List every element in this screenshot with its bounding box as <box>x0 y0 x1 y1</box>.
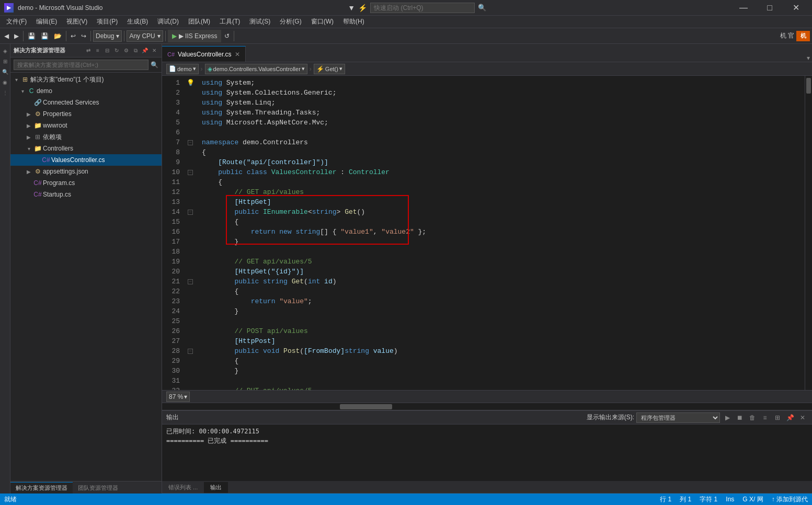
new-window-icon-btn[interactable]: ⧉ <box>131 47 140 55</box>
editor-horizontal-scrollbar[interactable] <box>162 403 812 410</box>
quick-launch-input[interactable] <box>370 3 475 13</box>
output-dock-btn[interactable]: ⊞ <box>772 412 783 423</box>
collapse-btn-10[interactable]: − <box>183 167 198 177</box>
output-close-btn[interactable]: ✕ <box>797 412 808 423</box>
gutter-line-15 <box>183 217 198 227</box>
wwwroot-item[interactable]: ▶ 📁 wwwroot <box>10 120 162 131</box>
toolbar-open-btn[interactable]: 📂 <box>52 30 64 42</box>
user-avatar[interactable]: 机 <box>796 31 810 41</box>
tab-solution-explorer[interactable]: 解决方案资源管理器 <box>10 482 73 493</box>
filter-icon-btn[interactable]: ≡ <box>94 47 102 55</box>
solution-root-item[interactable]: ▾ ⊞ 解决方案"demo"(1 个项目) <box>10 74 162 85</box>
toolbar-back-btn[interactable]: ◀ <box>2 30 11 42</box>
sync-icon-btn[interactable]: ⇄ <box>84 47 93 55</box>
editor-tab-close-btn[interactable]: ✕ <box>235 51 240 58</box>
side-icon-3[interactable]: 🔍 <box>1 67 10 76</box>
tab-error-list[interactable]: 错误列表 ... <box>162 482 204 493</box>
zoom-level-dropdown[interactable]: 87 % ▾ <box>166 392 190 402</box>
menu-view[interactable]: 视图(V) <box>62 16 92 28</box>
editor-vertical-scrollbar[interactable] <box>805 76 812 390</box>
output-text-area: 已用时间: 00:00:00.4972115 ========== 已完成 ==… <box>162 424 805 481</box>
side-icon-1[interactable]: ◈ <box>1 46 10 55</box>
tab-team-explorer[interactable]: 团队资源管理器 <box>73 482 123 493</box>
panel-close-btn[interactable]: ✕ <box>150 47 158 55</box>
platform-dropdown[interactable]: Any CPU ▾ <box>127 30 163 42</box>
menu-debug[interactable]: 调试(D) <box>153 16 183 28</box>
method-dropdown[interactable]: ⚡ Get() ▾ <box>314 64 345 74</box>
output-clear-btn[interactable]: 🗑 <box>747 412 758 423</box>
collapse-btn-7[interactable]: − <box>183 137 198 147</box>
gutter-line-22 <box>183 286 198 296</box>
namespace-dropdown[interactable]: ◈ demo.Controllers.ValuesController ▾ <box>205 64 307 74</box>
solution-search-input[interactable] <box>14 60 148 70</box>
connected-services-label: Connected Services <box>43 99 99 106</box>
lightbulb-icon: 💡 <box>187 79 195 87</box>
code-text-area[interactable]: using System; using System.Collections.G… <box>198 76 805 390</box>
collapse-btn-28[interactable]: − <box>183 346 198 356</box>
menu-help[interactable]: 帮助(H) <box>339 16 369 28</box>
maximize-button[interactable]: □ <box>758 0 782 16</box>
toolbar-redo-btn[interactable]: ↪ <box>79 30 88 42</box>
solution-search-icon[interactable]: 🔍 <box>151 61 158 68</box>
output-source-select[interactable]: 程序包管理器 <box>636 412 720 423</box>
close-button[interactable]: ✕ <box>784 0 808 16</box>
status-add-to-code[interactable]: ↑ 添加到源代 <box>772 495 808 504</box>
collapse-all-icon-btn[interactable]: ⊟ <box>103 47 111 55</box>
line-numbers: 1 2 3 4 5 6 7 8 9 10 11 12 13 14 15 16 1… <box>162 76 183 390</box>
output-vertical-scrollbar[interactable] <box>805 424 812 481</box>
tab-output[interactable]: 输出 <box>204 482 228 493</box>
debug-config-dropdown[interactable]: Debug ▾ <box>93 30 122 42</box>
main-area: ◈ ⊞ 🔍 ◉ ⋮ 解决方案资源管理器 ⇄ ≡ ⊟ ↻ ⚙ ⧉ 📌 ✕ 🔍 <box>0 44 812 493</box>
code-line-15: { <box>202 217 800 227</box>
menu-tools[interactable]: 工具(T) <box>215 16 244 28</box>
status-char: 字符 1 <box>700 495 717 504</box>
gutter-line-2 <box>183 88 198 98</box>
program-cs-item[interactable]: C# Program.cs <box>10 177 162 189</box>
connected-services-item[interactable]: 🔗 Connected Services <box>10 97 162 108</box>
collapse-btn-14[interactable]: − <box>183 207 198 217</box>
toolbar-refresh-btn[interactable]: ↺ <box>222 30 232 42</box>
settings-icon-btn[interactable]: ⚙ <box>122 47 130 55</box>
menu-window[interactable]: 窗口(W) <box>307 16 338 28</box>
menu-file[interactable]: 文件(F) <box>2 16 31 28</box>
output-stop-btn[interactable]: ⏹ <box>735 412 745 423</box>
menu-build[interactable]: 生成(B) <box>123 16 152 28</box>
menu-edit[interactable]: 编辑(E) <box>32 16 61 28</box>
pin-icon-btn[interactable]: 📌 <box>141 47 149 55</box>
toolbar-save-btn[interactable]: 💾 <box>26 30 38 42</box>
menu-test[interactable]: 测试(S) <box>245 16 275 28</box>
file-path-dropdown[interactable]: 📄 demo ▾ <box>166 64 199 74</box>
output-play-btn[interactable]: ▶ <box>722 412 733 423</box>
menu-analyze[interactable]: 分析(G) <box>276 16 305 28</box>
menu-project[interactable]: 项目(P) <box>93 16 122 28</box>
side-icon-4[interactable]: ◉ <box>1 77 10 87</box>
properties-expand-icon: ▶ <box>25 110 32 118</box>
tab-error-list-label: 错误列表 ... <box>168 484 198 490</box>
controllers-item[interactable]: ▾ 📁 Controllers <box>10 143 162 154</box>
side-icon-5[interactable]: ⋮ <box>1 88 10 97</box>
run-button[interactable]: ▶ ▶ IIS Express <box>168 30 222 42</box>
menu-team[interactable]: 团队(M) <box>184 16 214 28</box>
project-item[interactable]: ▾ C demo <box>10 85 162 97</box>
toolbar-save-all-btn[interactable]: 💾 <box>39 30 51 42</box>
startup-cs-item[interactable]: C# Startup.cs <box>10 189 162 200</box>
tab-list-icon[interactable]: ▾ <box>807 54 810 62</box>
side-icon-2[interactable]: ⊞ <box>1 56 10 66</box>
play-icon: ▶ <box>172 32 177 40</box>
collapse-btn-21[interactable]: − <box>183 277 198 286</box>
output-wrap-btn[interactable]: ≡ <box>760 412 770 423</box>
h-scrollbar-thumb[interactable] <box>340 404 392 409</box>
appsettings-item[interactable]: ▶ ⚙ appsettings.json <box>10 166 162 177</box>
scrollbar-thumb[interactable] <box>806 78 811 94</box>
minimize-button[interactable]: — <box>731 0 756 16</box>
toolbar-forward-btn[interactable]: ▶ <box>12 30 21 42</box>
output-pin-btn[interactable]: 📌 <box>785 412 795 423</box>
toolbar-undo-btn[interactable]: ↩ <box>68 30 78 42</box>
properties-item[interactable]: ▶ ⚙ Properties <box>10 108 162 120</box>
status-ready[interactable]: 就绪 <box>4 495 17 504</box>
dependencies-item[interactable]: ▶ ⊞ 依赖项 <box>10 131 162 143</box>
editor-tab-valuescontroller[interactable]: C# ValuesController.cs ✕ <box>162 46 246 62</box>
values-controller-item[interactable]: C# ValuesController.cs <box>10 154 162 166</box>
file-path-label: demo <box>177 66 192 72</box>
refresh-icon-btn[interactable]: ↻ <box>112 47 121 55</box>
